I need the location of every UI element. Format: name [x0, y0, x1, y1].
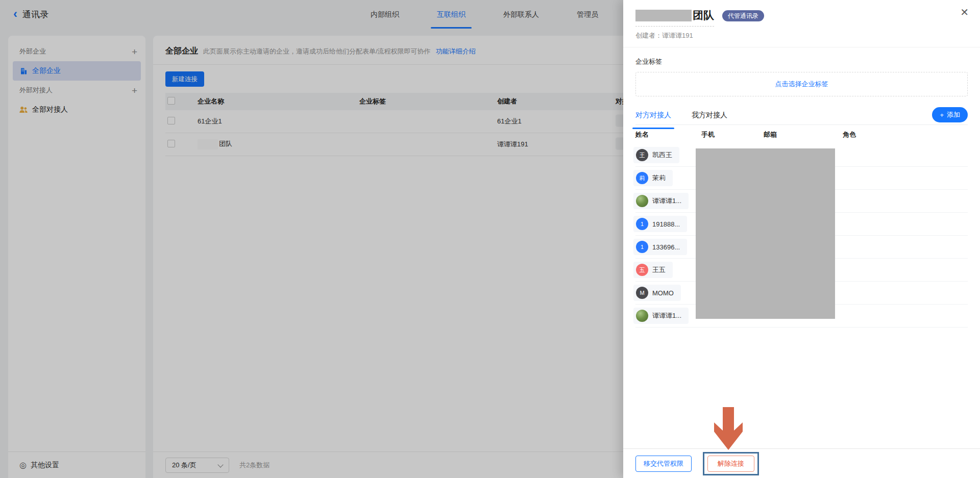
contact-name: 133696... — [652, 243, 680, 251]
drawer-footer: 移交代管权限 解除连接 — [623, 448, 980, 478]
add-contact-button[interactable]: + 添加 — [932, 107, 968, 122]
select-company-tag-box[interactable]: 点击选择企业标签 — [635, 72, 968, 96]
disconnect-button[interactable]: 解除连接 — [707, 456, 754, 472]
contact-name-cell: 1 191888... — [633, 216, 687, 232]
avatar: M — [636, 287, 648, 299]
drawer-title: 团队 — [693, 8, 714, 22]
avatar: 1 — [636, 241, 648, 253]
contact-name-cell: 1 133696... — [633, 239, 687, 255]
contact-name: 191888... — [652, 220, 680, 228]
redacted-title-block — [635, 10, 692, 21]
drawer-title-editable[interactable]: 团队 — [635, 8, 714, 27]
contact-name: 凯西王 — [652, 150, 672, 160]
contact-name: 王五 — [652, 265, 666, 274]
plus-icon: + — [940, 111, 944, 119]
company-detail-drawer: ✕ 团队 代管通讯录 创建者：谭谭谭191 企业标签 点击选择企业标签 对方对接… — [623, 0, 980, 478]
annotation-highlight-box: 解除连接 — [703, 452, 759, 475]
contact-table-header: 姓名 手机 邮箱 角色 — [635, 125, 968, 144]
col-name: 姓名 — [635, 130, 649, 139]
select-company-tag-text: 点击选择企业标签 — [775, 80, 828, 89]
contact-tabs: 对方对接人 我方对接人 + 添加 — [635, 109, 968, 125]
contact-name-cell: 谭谭谭1... — [633, 193, 689, 209]
redacted-data-block — [696, 148, 835, 319]
contact-name: 谭谭谭1... — [652, 196, 681, 206]
annotation-arrow-down-icon — [711, 407, 746, 453]
company-tag-label: 企业标签 — [635, 57, 968, 66]
avatar: 五 — [636, 264, 648, 276]
col-email: 邮箱 — [764, 130, 777, 139]
drawer-overlay[interactable] — [0, 0, 623, 478]
contact-name: 谭谭谭1... — [652, 311, 681, 320]
divider — [623, 47, 980, 47]
contact-name-cell: 谭谭谭1... — [633, 308, 689, 324]
add-contact-label: 添加 — [947, 110, 960, 119]
tab-our-contacts[interactable]: 我方对接人 — [692, 109, 727, 124]
contact-name-cell: M MOMO — [633, 285, 681, 301]
avatar: 王 — [636, 149, 648, 161]
drawer-creator: 创建者：谭谭谭191 — [635, 31, 968, 40]
avatar: 1 — [636, 218, 648, 230]
col-role: 角色 — [843, 130, 856, 139]
avatar-photo — [636, 310, 648, 322]
contact-name-cell: 王 凯西王 — [633, 147, 679, 163]
avatar: 莉 — [636, 172, 648, 184]
contact-name-cell: 五 王五 — [633, 262, 673, 278]
managed-directory-badge: 代管通讯录 — [722, 10, 764, 21]
transfer-admin-rights-button[interactable]: 移交代管权限 — [635, 456, 692, 472]
tab-their-contacts[interactable]: 对方对接人 — [635, 109, 671, 124]
drawer-title-row: 团队 代管通讯录 — [635, 8, 968, 27]
avatar-photo — [636, 195, 648, 207]
contact-name: MOMO — [652, 289, 674, 297]
close-icon[interactable]: ✕ — [960, 7, 969, 17]
col-phone: 手机 — [701, 130, 715, 139]
contact-name: 茉莉 — [652, 173, 666, 183]
contact-name-cell: 莉 茉莉 — [633, 170, 673, 186]
